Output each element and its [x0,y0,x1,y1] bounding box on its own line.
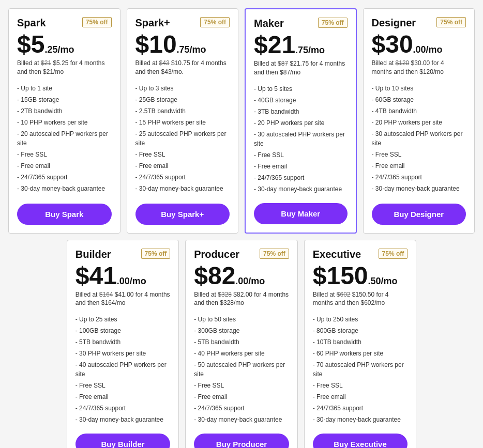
discount-badge-maker: 75% off [318,18,348,28]
plan-header-producer: Producer75% off [194,249,289,260]
plan-card-builder: Builder75% off$41.00/moBilled at $164 $4… [67,240,179,448]
feature-item: 3TB bandwidth [254,106,348,117]
feature-item: Free email [76,391,171,403]
buy-button-spark-plus[interactable]: Buy Spark+ [135,204,230,225]
feature-item: 20 PHP workers per site [254,117,348,129]
buy-button-builder[interactable]: Buy Builder [76,434,171,448]
price-main-maker: $21 [254,33,295,57]
discount-badge-designer: 75% off [436,17,466,27]
feature-item: 70 autoscaled PHP workers per site [313,359,408,380]
price-decimal-executive: .50/mo [368,276,398,286]
plan-name-spark-plus: Spark+ [135,17,170,29]
plan-name-builder: Builder [76,249,111,260]
plan-header-maker: Maker75% off [254,18,348,29]
features-list-maker: Up to 5 sites40GB storage3TB bandwidth20… [254,83,348,195]
feature-item: Free email [372,160,466,172]
feature-item: 40 PHP workers per site [194,348,289,359]
feature-item: Up to 250 sites [313,314,408,325]
buy-button-designer[interactable]: Buy Designer [372,204,466,225]
price-decimal-builder: .00/mo [117,276,146,286]
price-decimal-spark-plus: .75/mo [177,45,206,54]
buy-button-spark[interactable]: Buy Spark [17,204,112,225]
features-list-spark-plus: Up to 3 sites25GB storage2.5TB bandwidth… [135,83,230,195]
feature-item: 30-day money-back guarantee [76,414,171,425]
features-list-producer: Up to 50 sites300GB storage5TB bandwidth… [194,314,289,425]
feature-item: 2.5TB bandwidth [135,105,230,117]
feature-item: 800GB storage [313,325,408,336]
feature-item: Free SSL [76,380,171,391]
price-decimal-maker: .75/mo [295,45,325,55]
feature-item: Free SSL [313,380,408,391]
price-main-spark-plus: $10 [135,32,177,57]
price-row-designer: $30.00/mo [372,32,466,57]
feature-item: 5TB bandwidth [76,336,171,348]
bottom-pricing-grid: Builder75% off$41.00/moBilled at $164 $4… [67,240,417,448]
feature-item: 20 PHP workers per site [372,117,466,128]
feature-item: 10TB bandwidth [313,336,408,348]
feature-item: Free SSL [135,149,230,160]
price-main-designer: $30 [372,32,413,57]
price-decimal-spark: .25/mo [44,45,74,54]
plan-name-executive: Executive [313,249,361,260]
buy-button-producer[interactable]: Buy Producer [194,434,289,448]
price-main-builder: $41 [76,264,117,288]
feature-item: 60 PHP workers per site [313,348,408,359]
billing-note-producer: Billed at $328 $82.00 for 4 months and t… [194,290,289,308]
feature-item: Free email [194,391,289,403]
plan-card-spark-plus: Spark+75% off$10.75/moBilled at $43 $10.… [127,8,239,234]
feature-item: 40GB storage [254,95,348,106]
feature-item: 30 PHP workers per site [76,348,171,359]
feature-item: 25 autoscaled PHP workers per site [135,128,230,149]
feature-item: 300GB storage [194,325,289,336]
feature-item: 24/7/365 support [135,172,230,183]
feature-item: 100GB storage [76,325,171,336]
buy-button-executive[interactable]: Buy Executive [313,434,408,448]
feature-item: 25GB storage [135,94,230,105]
feature-item: 24/7/365 support [76,403,171,414]
price-row-maker: $21.75/mo [254,33,348,57]
feature-item: Free SSL [254,149,348,161]
feature-item: 30 autoscaled PHP workers per site [372,128,466,149]
discount-badge-producer: 75% off [260,249,289,259]
plan-card-executive: Executive75% off$150.50/moBilled at $602… [304,240,417,448]
plan-name-producer: Producer [194,249,239,260]
feature-item: Up to 25 sites [76,314,171,325]
feature-item: 30-day money-back guarantee [135,183,230,194]
feature-item: Free email [313,391,408,403]
features-list-designer: Up to 10 sites60GB storage4TB bandwidth2… [372,83,466,195]
feature-item: 24/7/365 support [372,172,466,183]
plan-header-executive: Executive75% off [313,249,408,260]
plan-name-designer: Designer [372,17,416,29]
billing-note-designer: Billed at $120 $30.00 for 4 months and t… [372,59,466,76]
buy-button-maker[interactable]: Buy Maker [254,203,348,224]
feature-item: 2TB bandwidth [17,105,112,117]
plan-card-producer: Producer75% off$82.00/moBilled at $328 $… [185,240,298,448]
billing-note-maker: Billed at $87 $21.75 for 4 months and th… [254,59,348,77]
billing-note-builder: Billed at $164 $41.00 for 4 months and t… [76,290,171,308]
discount-badge-executive: 75% off [379,249,408,259]
feature-item: Free email [17,160,112,172]
discount-badge-spark-plus: 75% off [200,17,230,27]
plan-header-spark-plus: Spark+75% off [135,17,230,29]
feature-item: Up to 1 site [17,83,112,94]
feature-item: 10 PHP workers per site [17,117,112,128]
feature-item: Free SSL [194,380,289,391]
feature-item: 4TB bandwidth [372,105,466,117]
price-row-builder: $41.00/mo [76,264,171,288]
billing-note-executive: Billed at $602 $150.50 for 4 months and … [313,290,408,308]
feature-item: 24/7/365 support [254,172,348,183]
feature-item: 60GB storage [372,94,466,105]
features-list-executive: Up to 250 sites800GB storage10TB bandwid… [313,314,408,425]
feature-item: 30-day money-back guarantee [372,183,466,194]
price-main-spark: $5 [17,32,44,57]
price-row-producer: $82.00/mo [194,264,289,288]
discount-badge-builder: 75% off [141,249,171,259]
feature-item: 15 PHP workers per site [135,117,230,128]
features-list-builder: Up to 25 sites100GB storage5TB bandwidth… [76,314,171,425]
feature-item: 40 autoscaled PHP workers per site [76,359,171,380]
feature-item: 24/7/365 support [194,403,289,414]
plan-card-designer: Designer75% off$30.00/moBilled at $120 $… [363,8,475,234]
feature-item: Up to 10 sites [372,83,466,94]
feature-item: 50 autoscaled PHP workers per site [194,359,289,380]
discount-badge-spark: 75% off [82,17,112,27]
